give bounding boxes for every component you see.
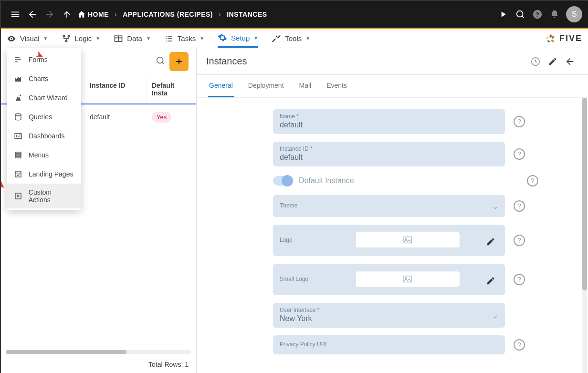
tab-mail[interactable]: Mail [298,75,313,97]
forward-icon [41,6,58,23]
crumb-instances[interactable]: INSTANCES [227,10,267,18]
menus-icon [13,150,23,160]
menu-label: Data [127,34,142,42]
chevron-down-icon: ⌄ [492,311,498,320]
menu-logic[interactable]: Logic▼ [62,29,101,48]
edit-logo-icon[interactable] [486,237,495,249]
dd-custom-actions[interactable]: Custom Actions [7,184,81,208]
chevron-down-icon: ⌄ [492,202,498,211]
left-panel: ➤ ➤ Forms Charts Chart Wizard Queries Da… [1,48,197,373]
tab-general[interactable]: General [208,75,234,97]
image-placeholder [355,232,460,248]
badge-yes: Yes [152,112,171,123]
help-icon[interactable]: ? [527,175,538,186]
add-button[interactable]: + [169,52,189,71]
chevron-down-icon: ▼ [253,35,258,41]
dashboard-icon [13,131,23,141]
dd-chart-wizard[interactable]: Chart Wizard [7,88,81,107]
dd-label: Charts [29,75,48,83]
svg-point-6 [65,40,67,41]
play-icon[interactable] [494,6,512,23]
back-icon[interactable] [24,6,41,23]
cell-default: Yes [147,113,196,121]
svg-rect-18 [404,237,411,243]
menu-visual[interactable]: Visual▼ [7,29,48,48]
landing-icon [13,169,23,179]
svg-point-8 [20,94,21,96]
image-placeholder [355,271,460,287]
charts-icon [13,74,23,83]
menubar: Visual▼ Logic▼ Data▼ Tasks▼ Setup▼ Tools… [1,29,588,48]
theme-field[interactable]: Theme ⌄ [273,195,505,217]
help-icon[interactable]: ? [514,116,525,127]
dd-forms[interactable]: Forms [7,50,81,69]
chevron-down-icon: ▼ [305,36,310,41]
svg-point-9 [15,114,21,116]
dd-label: Forms [29,56,48,63]
bell-icon[interactable] [546,6,563,23]
privacy-url-field[interactable]: Privacy Policy URL [273,335,505,354]
field-label: Privacy Policy URL [280,341,328,348]
dd-landing-pages[interactable]: Landing Pages [7,165,81,184]
instance-id-field[interactable]: Instance ID * default [273,142,505,166]
search-icon[interactable] [155,55,166,68]
menu-label: Logic [75,34,92,42]
help-icon[interactable]: ? [514,235,525,246]
field-value: default [280,121,498,129]
brand-text: FIVE [559,33,582,43]
default-instance-toggle[interactable] [273,176,292,186]
ui-field[interactable]: User Interface * New York ⌄ [273,303,505,328]
menu-data[interactable]: Data▼ [114,29,151,48]
field-label: Instance ID * [280,145,498,152]
field-label: Small Logo [280,276,308,282]
menu-tasks[interactable]: Tasks▼ [164,29,204,48]
svg-point-16 [157,57,163,63]
breadcrumb: HOME › APPLICATIONS (RECIPES) › INSTANCE… [77,10,267,19]
table-icon [114,34,123,43]
svg-rect-14 [15,171,21,177]
dd-menus[interactable]: Menus [7,145,81,165]
hamburger-icon[interactable] [7,6,24,23]
search-power-icon[interactable] [512,6,529,23]
chevron-right-icon: › [115,10,117,18]
svg-point-4 [63,35,64,37]
help-icon[interactable]: ? [514,148,525,160]
menu-label: Visual [20,34,40,42]
brand-icon [545,33,556,44]
help-icon[interactable]: ? [514,200,525,212]
field-label: Name * [280,113,498,120]
menu-tools[interactable]: Tools▼ [272,29,310,48]
dd-charts[interactable]: Charts [7,69,81,88]
history-icon[interactable] [527,53,544,70]
logo-field[interactable]: Logo [273,225,505,256]
horizontal-scrollbar[interactable] [6,350,191,354]
home-icon[interactable] [77,10,86,19]
help-icon[interactable]: ? [514,274,525,285]
edit-small-logo-icon[interactable] [486,276,495,288]
up-icon[interactable] [58,6,75,23]
menu-label: Tools [285,34,302,42]
back-arrow-icon[interactable] [561,53,578,70]
dd-label: Landing Pages [29,170,73,178]
tab-deployment[interactable]: Deployment [247,75,285,97]
avatar[interactable]: S [566,6,582,22]
col-default[interactable]: Default Insta [147,75,196,104]
vertical-scrollbar[interactable] [582,98,587,373]
field-value: default [280,153,498,162]
help-icon[interactable]: ? [514,339,525,351]
brand-logo: FIVE [545,33,582,44]
edit-icon[interactable] [544,53,561,70]
small-logo-field[interactable]: Small Logo [273,264,505,295]
crumb-home[interactable]: HOME [88,10,109,18]
crumb-apps[interactable]: APPLICATIONS (RECIPES) [123,10,213,18]
svg-point-5 [68,35,69,37]
topbar: HOME › APPLICATIONS (RECIPES) › INSTANCE… [1,1,588,28]
tab-events[interactable]: Events [326,75,348,97]
help-icon[interactable]: ? [529,6,546,23]
col-instance-id[interactable]: Instance ID [85,75,147,104]
name-field[interactable]: Name * default [273,109,505,134]
menu-setup[interactable]: Setup▼ [218,29,258,48]
dd-dashboards[interactable]: Dashboards [7,126,81,145]
dd-queries[interactable]: Queries [7,107,81,126]
field-value: New York [280,314,498,323]
